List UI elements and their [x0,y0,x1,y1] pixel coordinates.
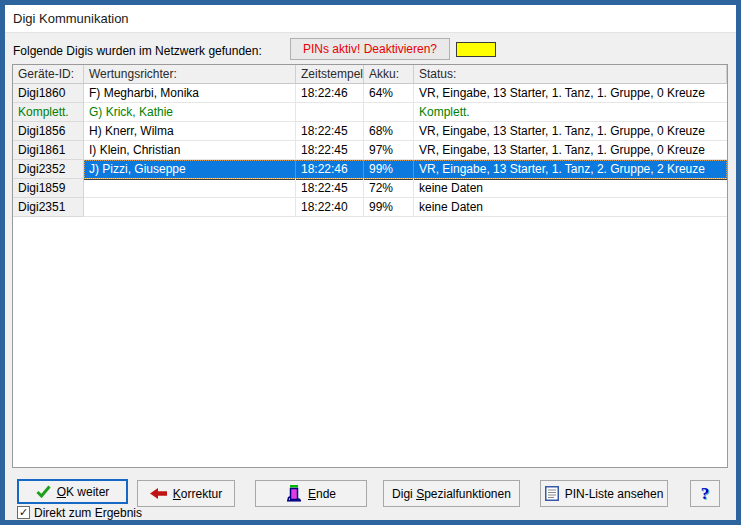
column-header-akku: Akku: [364,65,414,84]
cell-battery[interactable]: 99% [364,160,414,178]
cell-timestamp[interactable]: 18:22:40 [296,198,364,216]
cell-status[interactable]: VR, Eingabe, 13 Starter, 1. Tanz, 1. Gru… [414,84,727,102]
status-indicator-panel [456,42,496,57]
cell-device-id[interactable]: Digi1861 [13,141,84,160]
cell-status[interactable]: VR, Eingabe, 13 Starter, 1. Tanz, 1. Gru… [414,122,727,140]
row-cells[interactable]: I) Klein, Christian18:22:4597%VR, Eingab… [84,141,727,160]
cell-judge[interactable]: I) Klein, Christian [84,141,296,159]
cell-status[interactable]: keine Daten [414,179,727,197]
row-cells[interactable]: 18:22:4572%keine Daten [84,179,727,198]
row-cells[interactable]: G) Krick, KathieKomplett. [84,103,727,122]
row-cells[interactable]: H) Knerr, Wilma18:22:4568%VR, Eingabe, 1… [84,122,727,141]
table-row[interactable]: Komplett.G) Krick, KathieKomplett. [13,103,727,122]
cell-status[interactable]: VR, Eingabe, 13 Starter, 1. Tanz, 2. Gru… [414,160,727,178]
window-title: Digi Kommunikation [13,11,129,26]
cell-device-id[interactable]: Digi1860 [13,84,84,103]
table-row[interactable]: Digi1860F) Megharbi, Monika18:22:4664%VR… [13,84,727,103]
cell-status[interactable]: VR, Eingabe, 13 Starter, 1. Tanz, 1. Gru… [414,141,727,159]
row-cells[interactable]: F) Megharbi, Monika18:22:4664%VR, Eingab… [84,84,727,103]
table-row[interactable]: Digi1861I) Klein, Christian18:22:4597%VR… [13,141,727,160]
cell-judge[interactable]: G) Krick, Kathie [84,103,296,121]
pin-liste-label: PIN-Liste ansehen [565,487,664,501]
checkbox-label: Direkt zum Ergebnis [34,506,142,520]
found-devices-label: Folgende Digis wurden im Netzwerk gefund… [13,44,262,58]
digi-spezialfunktionen-button[interactable]: Digi Spezialfunktionen [383,480,520,507]
cell-battery[interactable] [364,103,414,121]
title-bar[interactable]: Digi Kommunikation [5,5,736,33]
pins-button-label: PINs aktiv! Deaktivieren? [303,42,437,56]
table-row[interactable]: Digi2352J) Pizzi, Giuseppe18:22:4699%VR,… [13,160,727,179]
column-header-status: Status: [414,65,727,84]
column-header-geraete-id: Geräte-ID: [13,65,84,84]
ende-button[interactable]: Ende [255,480,367,507]
check-icon [36,485,51,498]
cell-device-id[interactable]: Digi1856 [13,122,84,141]
arrow-left-icon [150,488,167,499]
cell-judge[interactable]: H) Knerr, Wilma [84,122,296,140]
cell-timestamp[interactable]: 18:22:45 [296,179,364,197]
ok-weiter-label: OK weiter [57,485,110,499]
cell-device-id[interactable]: Digi2352 [13,160,84,179]
table-row[interactable]: Digi235118:22:4099%keine Daten [13,198,727,217]
cell-judge[interactable]: F) Megharbi, Monika [84,84,296,102]
cell-judge[interactable] [84,198,296,216]
column-header-zeitstempel: Zeitstempel: [296,65,364,84]
device-table: Geräte-ID: Wertungsrichter: Zeitstempel:… [12,64,728,468]
row-cells[interactable]: J) Pizzi, Giuseppe18:22:4699%VR, Eingabe… [84,160,727,179]
table-row[interactable]: Digi1856H) Knerr, Wilma18:22:4568%VR, Ei… [13,122,727,141]
cell-battery[interactable]: 72% [364,179,414,197]
pin-liste-button[interactable]: PIN-Liste ansehen [540,480,668,507]
row-cells[interactable]: 18:22:4099%keine Daten [84,198,727,217]
cell-timestamp[interactable]: 18:22:45 [296,122,364,140]
cell-battery[interactable]: 97% [364,141,414,159]
table-header: Geräte-ID: Wertungsrichter: Zeitstempel:… [13,65,727,84]
korrektur-label: Korrektur [173,487,222,501]
cell-judge[interactable]: J) Pizzi, Giuseppe [84,160,296,178]
cell-battery[interactable]: 64% [364,84,414,102]
help-button[interactable]: ? [690,480,720,507]
table-row[interactable]: Digi185918:22:4572%keine Daten [13,179,727,198]
korrektur-button[interactable]: Korrektur [137,480,235,507]
cell-judge[interactable] [84,179,296,197]
cell-timestamp[interactable] [296,103,364,121]
cell-timestamp[interactable]: 18:22:45 [296,141,364,159]
device-table-body: Digi1860F) Megharbi, Monika18:22:4664%VR… [13,84,727,217]
cell-status[interactable]: Komplett. [414,103,727,121]
column-header-wertungsrichter: Wertungsrichter: [84,65,296,84]
ende-label: Ende [308,487,336,501]
cell-device-id[interactable]: Komplett. [13,103,84,122]
cell-timestamp[interactable]: 18:22:46 [296,84,364,102]
cell-battery[interactable]: 99% [364,198,414,216]
cell-device-id[interactable]: Digi1859 [13,179,84,198]
exit-door-icon [286,485,302,502]
spezial-label: Digi Spezialfunktionen [392,487,511,501]
question-mark-icon: ? [701,484,710,504]
pins-deactivate-button[interactable]: PINs aktiv! Deaktivieren? [290,38,450,60]
direkt-zum-ergebnis-checkbox[interactable]: ✓ Direkt zum Ergebnis [17,505,142,520]
document-list-icon [545,486,559,501]
cell-battery[interactable]: 68% [364,122,414,140]
cell-device-id[interactable]: Digi2351 [13,198,84,217]
cell-timestamp[interactable]: 18:22:46 [296,160,364,178]
cell-status[interactable]: keine Daten [414,198,727,216]
checkmark-icon: ✓ [19,506,28,518]
checkbox-box[interactable]: ✓ [17,506,30,519]
dialog-window: Digi Kommunikation Folgende Digis wurden… [0,0,741,525]
ok-weiter-button[interactable]: OK weiter [17,479,128,504]
